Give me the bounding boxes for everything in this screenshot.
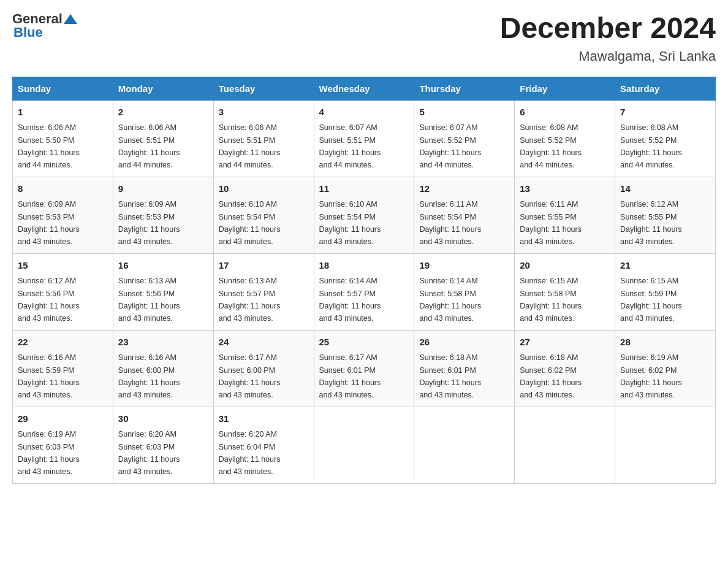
page-title: December 2024 — [500, 12, 716, 45]
calendar-cell: 27 Sunrise: 6:18 AMSunset: 6:02 PMDaylig… — [515, 330, 615, 407]
header-thursday: Thursday — [414, 77, 515, 100]
day-info: Sunrise: 6:12 AMSunset: 5:55 PMDaylight:… — [620, 200, 682, 246]
calendar-cell: 3 Sunrise: 6:06 AMSunset: 5:51 PMDayligh… — [213, 100, 314, 177]
day-info: Sunrise: 6:10 AMSunset: 5:54 PMDaylight:… — [219, 200, 281, 246]
day-number: 15 — [18, 259, 108, 273]
day-number: 2 — [118, 105, 208, 120]
day-number: 17 — [219, 259, 309, 273]
day-number: 16 — [118, 259, 208, 273]
day-number: 25 — [319, 335, 409, 350]
day-info: Sunrise: 6:07 AMSunset: 5:52 PMDaylight:… — [419, 123, 481, 169]
day-number: 1 — [18, 105, 108, 120]
day-number: 7 — [620, 105, 710, 120]
day-info: Sunrise: 6:17 AMSunset: 6:00 PMDaylight:… — [219, 353, 281, 399]
day-info: Sunrise: 6:18 AMSunset: 6:01 PMDaylight:… — [419, 353, 481, 399]
calendar-cell: 7 Sunrise: 6:08 AMSunset: 5:52 PMDayligh… — [615, 100, 716, 177]
day-info: Sunrise: 6:11 AMSunset: 5:55 PMDaylight:… — [520, 200, 582, 246]
calendar-cell: 11 Sunrise: 6:10 AMSunset: 5:54 PMDaylig… — [314, 177, 414, 253]
header-friday: Friday — [515, 77, 615, 100]
logo: General Blue — [12, 12, 77, 39]
day-number: 18 — [319, 259, 409, 273]
day-number: 26 — [419, 335, 509, 350]
day-number: 9 — [118, 182, 208, 196]
day-info: Sunrise: 6:06 AMSunset: 5:50 PMDaylight:… — [18, 123, 80, 169]
day-number: 10 — [219, 182, 309, 196]
day-number: 30 — [118, 412, 208, 426]
header-tuesday: Tuesday — [213, 77, 314, 100]
calendar-cell: 23 Sunrise: 6:16 AMSunset: 6:00 PMDaylig… — [113, 330, 213, 407]
day-number: 28 — [620, 335, 710, 350]
day-info: Sunrise: 6:17 AMSunset: 6:01 PMDaylight:… — [319, 353, 381, 399]
svg-marker-0 — [64, 14, 77, 24]
calendar-cell: 14 Sunrise: 6:12 AMSunset: 5:55 PMDaylig… — [615, 177, 716, 253]
day-info: Sunrise: 6:12 AMSunset: 5:56 PMDaylight:… — [18, 277, 80, 323]
calendar-cell: 4 Sunrise: 6:07 AMSunset: 5:51 PMDayligh… — [314, 100, 414, 177]
calendar-cell: 28 Sunrise: 6:19 AMSunset: 6:02 PMDaylig… — [615, 330, 716, 407]
calendar-cell: 16 Sunrise: 6:13 AMSunset: 5:56 PMDaylig… — [113, 253, 213, 330]
day-info: Sunrise: 6:13 AMSunset: 5:57 PMDaylight:… — [219, 277, 281, 323]
calendar-cell: 26 Sunrise: 6:18 AMSunset: 6:01 PMDaylig… — [414, 330, 515, 407]
day-info: Sunrise: 6:13 AMSunset: 5:56 PMDaylight:… — [118, 277, 180, 323]
day-info: Sunrise: 6:06 AMSunset: 5:51 PMDaylight:… — [219, 123, 281, 169]
day-number: 31 — [219, 412, 309, 426]
day-info: Sunrise: 6:09 AMSunset: 5:53 PMDaylight:… — [118, 200, 180, 246]
calendar-cell: 2 Sunrise: 6:06 AMSunset: 5:51 PMDayligh… — [113, 100, 213, 177]
week-row-2: 8 Sunrise: 6:09 AMSunset: 5:53 PMDayligh… — [13, 177, 716, 253]
calendar-cell: 12 Sunrise: 6:11 AMSunset: 5:54 PMDaylig… — [414, 177, 515, 253]
day-number: 27 — [520, 335, 610, 350]
calendar-cell: 9 Sunrise: 6:09 AMSunset: 5:53 PMDayligh… — [113, 177, 213, 253]
calendar-header-row: SundayMondayTuesdayWednesdayThursdayFrid… — [13, 77, 716, 100]
calendar-cell: 19 Sunrise: 6:14 AMSunset: 5:58 PMDaylig… — [414, 253, 515, 330]
page-subtitle: Mawalgama, Sri Lanka — [500, 48, 716, 64]
calendar-cell: 30 Sunrise: 6:20 AMSunset: 6:03 PMDaylig… — [113, 407, 213, 483]
week-row-5: 29 Sunrise: 6:19 AMSunset: 6:03 PMDaylig… — [13, 407, 716, 483]
day-info: Sunrise: 6:08 AMSunset: 5:52 PMDaylight:… — [620, 123, 682, 169]
day-info: Sunrise: 6:20 AMSunset: 6:04 PMDaylight:… — [219, 430, 281, 476]
day-info: Sunrise: 6:16 AMSunset: 5:59 PMDaylight:… — [18, 353, 80, 399]
day-info: Sunrise: 6:14 AMSunset: 5:57 PMDaylight:… — [319, 277, 381, 323]
calendar-cell: 13 Sunrise: 6:11 AMSunset: 5:55 PMDaylig… — [515, 177, 615, 253]
header-saturday: Saturday — [615, 77, 716, 100]
day-info: Sunrise: 6:11 AMSunset: 5:54 PMDaylight:… — [419, 200, 481, 246]
day-number: 8 — [18, 182, 108, 196]
day-info: Sunrise: 6:06 AMSunset: 5:51 PMDaylight:… — [118, 123, 180, 169]
week-row-1: 1 Sunrise: 6:06 AMSunset: 5:50 PMDayligh… — [13, 100, 716, 177]
day-number: 5 — [419, 105, 509, 120]
header-wednesday: Wednesday — [314, 77, 414, 100]
calendar-cell: 1 Sunrise: 6:06 AMSunset: 5:50 PMDayligh… — [13, 100, 113, 177]
calendar-cell — [414, 407, 515, 483]
day-info: Sunrise: 6:16 AMSunset: 6:00 PMDaylight:… — [118, 353, 180, 399]
calendar-cell: 15 Sunrise: 6:12 AMSunset: 5:56 PMDaylig… — [13, 253, 113, 330]
calendar-cell: 20 Sunrise: 6:15 AMSunset: 5:58 PMDaylig… — [515, 253, 615, 330]
calendar-cell: 29 Sunrise: 6:19 AMSunset: 6:03 PMDaylig… — [13, 407, 113, 483]
header-monday: Monday — [113, 77, 213, 100]
day-number: 4 — [319, 105, 409, 120]
calendar-cell — [515, 407, 615, 483]
day-number: 22 — [18, 335, 108, 350]
calendar-cell: 5 Sunrise: 6:07 AMSunset: 5:52 PMDayligh… — [414, 100, 515, 177]
calendar-table: SundayMondayTuesdayWednesdayThursdayFrid… — [12, 77, 716, 484]
day-number: 29 — [18, 412, 108, 426]
calendar-cell: 31 Sunrise: 6:20 AMSunset: 6:04 PMDaylig… — [213, 407, 314, 483]
week-row-3: 15 Sunrise: 6:12 AMSunset: 5:56 PMDaylig… — [13, 253, 716, 330]
day-number: 19 — [419, 259, 509, 273]
title-block: December 2024 Mawalgama, Sri Lanka — [500, 12, 716, 64]
calendar-cell — [615, 407, 716, 483]
calendar-cell: 17 Sunrise: 6:13 AMSunset: 5:57 PMDaylig… — [213, 253, 314, 330]
page-header: General Blue December 2024 Mawalgama, Sr… — [12, 12, 716, 64]
header-sunday: Sunday — [13, 77, 113, 100]
day-number: 24 — [219, 335, 309, 350]
day-info: Sunrise: 6:07 AMSunset: 5:51 PMDaylight:… — [319, 123, 381, 169]
day-info: Sunrise: 6:19 AMSunset: 6:03 PMDaylight:… — [18, 430, 80, 476]
calendar-cell: 8 Sunrise: 6:09 AMSunset: 5:53 PMDayligh… — [13, 177, 113, 253]
day-number: 21 — [620, 259, 710, 273]
day-number: 3 — [219, 105, 309, 120]
day-info: Sunrise: 6:14 AMSunset: 5:58 PMDaylight:… — [419, 277, 481, 323]
calendar-cell: 10 Sunrise: 6:10 AMSunset: 5:54 PMDaylig… — [213, 177, 314, 253]
day-info: Sunrise: 6:08 AMSunset: 5:52 PMDaylight:… — [520, 123, 582, 169]
day-number: 12 — [419, 182, 509, 196]
day-info: Sunrise: 6:15 AMSunset: 5:58 PMDaylight:… — [520, 277, 582, 323]
calendar-cell — [314, 407, 414, 483]
day-number: 13 — [520, 182, 610, 196]
calendar-cell: 24 Sunrise: 6:17 AMSunset: 6:00 PMDaylig… — [213, 330, 314, 407]
